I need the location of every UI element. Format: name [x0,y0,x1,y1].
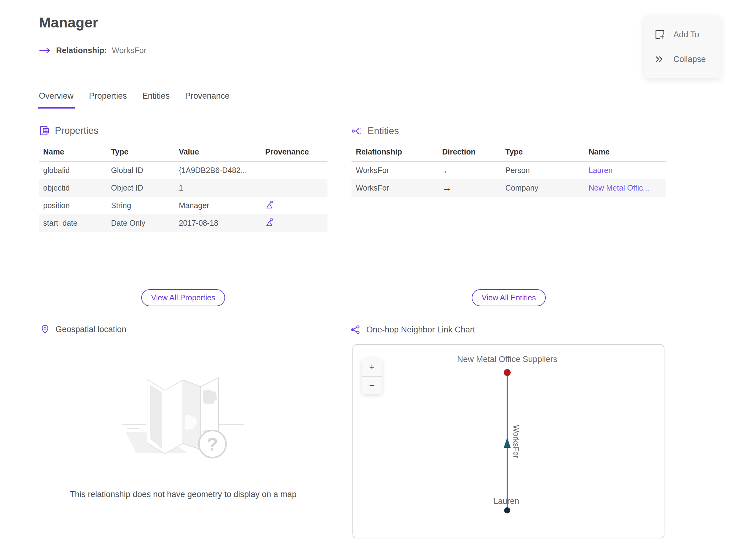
tab-provenance[interactable]: Provenance [184,91,230,108]
col-header-name: Name [39,143,107,162]
node-label-company[interactable]: New Metal Office Suppliers [457,355,557,364]
no-geometry-message: This relationship does not have geometry… [39,490,328,499]
node-dot-company[interactable] [504,369,511,376]
link-chart-section-heading: One-hop Neighbor Link Chart [350,324,475,335]
properties-section-heading: Properties [39,125,98,136]
geospatial-section-title: Geospatial location [56,325,126,334]
properties-header-row: Name Type Value Provenance [39,143,328,162]
geospatial-section-heading: Geospatial location [40,324,126,334]
property-type: Object ID [107,179,175,197]
table-row: objectid Object ID 1 [39,179,328,197]
property-name: objectid [39,179,107,197]
zoom-out-button[interactable]: − [362,376,382,394]
tab-bar: Overview Properties Entities Provenance [37,91,230,108]
table-row: start_date Date Only 2017-08-18 [39,214,328,232]
entities-icon [351,125,363,137]
tab-overview[interactable]: Overview [37,91,75,108]
relationship-arrow-icon [39,47,51,54]
relationship-value: WorksFor [112,45,147,55]
entity-type: Person [501,162,584,179]
table-row: globalid Global ID {1A9DB2B6-D482... [39,162,328,179]
zoom-control: + − [362,358,382,394]
zoom-in-button[interactable]: + [362,358,382,376]
entity-link[interactable]: Lauren [588,166,613,175]
entity-type: Company [501,179,584,197]
property-provenance-cell [261,179,328,197]
provenance-flag-icon[interactable] [265,200,274,209]
entity-relationship: WorksFor [352,162,438,179]
property-value: {1A9DB2B6-D482... [175,162,261,179]
col-header-provenance: Provenance [261,143,328,162]
property-provenance-cell [261,162,328,179]
col-header-value: Value [175,143,261,162]
floating-actions-panel: Add To Collapse [644,16,721,78]
property-provenance-cell [261,197,328,214]
properties-table: Name Type Value Provenance globalid Glob… [39,143,328,232]
entity-link[interactable]: New Metal Offic... [588,183,649,192]
provenance-flag-icon[interactable] [265,218,274,227]
edge-arrowhead [504,437,511,448]
view-all-properties-button[interactable]: View All Properties [141,289,225,306]
col-header-entity-type: Type [501,143,584,162]
col-header-entity-name: Name [584,143,666,162]
node-label-person[interactable]: Lauren [493,496,519,506]
property-name: globalid [39,162,107,179]
col-header-direction: Direction [438,143,501,162]
relationship-subtitle: Relationship: WorksFor [39,45,147,55]
properties-icon [39,125,50,136]
collapse-label: Collapse [673,55,706,64]
properties-section-title: Properties [55,125,98,136]
tab-properties[interactable]: Properties [88,91,128,108]
map-placeholder: ? [39,342,328,483]
collapse-button[interactable]: Collapse [644,47,721,72]
table-row: WorksFor ← Person Lauren [352,162,666,179]
relationship-label: Relationship: [56,45,107,55]
link-chart-section-title: One-hop Neighbor Link Chart [366,325,475,335]
entity-relationship: WorksFor [352,179,438,197]
property-name: start_date [39,214,107,232]
entities-header-row: Relationship Direction Type Name [352,143,666,162]
property-value: Manager [175,197,261,214]
view-all-entities-row: View All Entities [352,289,666,306]
view-all-entities-button[interactable]: View All Entities [472,289,546,306]
property-type: Global ID [107,162,175,179]
node-dot-person[interactable] [504,507,510,514]
map-pin-icon [40,324,50,334]
link-chart-canvas[interactable]: New Metal Office Suppliers WorksFor Laur… [353,345,664,538]
map-placeholder-illustration: ? [111,360,256,465]
edge-label[interactable]: WorksFor [512,425,521,458]
table-row: WorksFor → Company New Metal Offic... [352,179,666,197]
property-value: 1 [175,179,261,197]
view-all-properties-row: View All Properties [39,289,328,306]
add-to-icon [654,29,665,40]
table-row: position String Manager [39,197,328,214]
entities-section-title: Entities [368,125,399,136]
col-header-relationship: Relationship [352,143,438,162]
property-type: String [107,197,175,214]
collapse-icon [654,54,665,65]
page-title: Manager [39,14,98,31]
direction-arrow-left: ← [442,165,452,176]
entities-table: Relationship Direction Type Name WorksFo… [352,143,666,197]
col-header-type: Type [107,143,175,162]
entities-section-heading: Entities [351,125,399,137]
map-question-mark: ? [207,434,218,455]
link-chart-panel: New Metal Office Suppliers WorksFor Laur… [352,344,664,538]
link-chart-icon [350,324,361,335]
add-to-button[interactable]: Add To [644,22,721,47]
property-name: position [39,197,107,214]
tab-entities[interactable]: Entities [141,91,171,108]
relationship-detail-page: Manager Relationship: WorksFor Add To Co… [0,0,740,560]
direction-arrow-right: → [442,182,452,193]
property-provenance-cell [261,214,328,232]
property-type: Date Only [107,214,175,232]
add-to-label: Add To [673,30,699,39]
property-value: 2017-08-18 [175,214,261,232]
